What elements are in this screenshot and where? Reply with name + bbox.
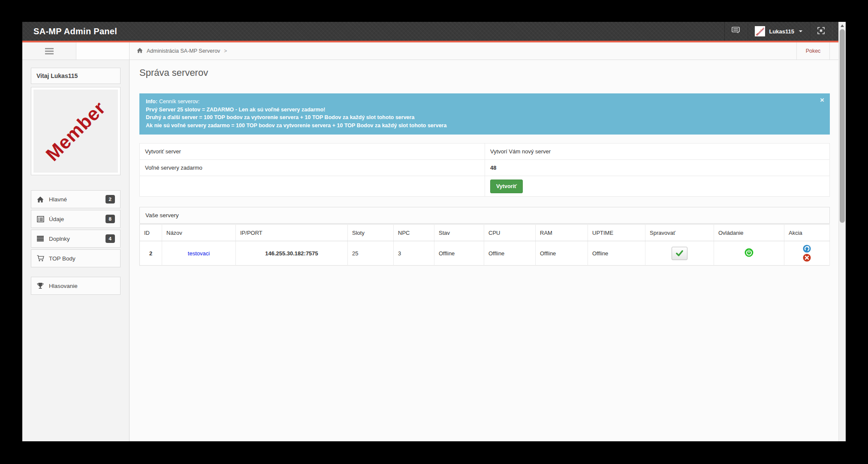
info-line-4: Ak nie sú voľné servery zadarmo = 100 TO… <box>146 122 823 130</box>
home-icon <box>137 48 143 54</box>
server-id: 2 <box>140 241 162 266</box>
col-ovladanie: Ovládanie <box>714 225 784 241</box>
admin-panel-window: SA-MP Admin Panel Member Lukas115 <box>22 22 846 441</box>
col-sloty: Sloty <box>348 225 394 241</box>
server-npc: 3 <box>394 241 434 266</box>
sidebar-toggle-button[interactable] <box>22 42 76 60</box>
create-server-desc: Vytvorí Vám nový server <box>485 144 830 160</box>
power-icon[interactable] <box>744 248 753 257</box>
table-row: Voľné servery zadarmo 48 <box>140 160 830 176</box>
col-nazov: Názov <box>162 225 236 241</box>
chevron-down-icon <box>799 30 802 32</box>
breadcrumb-link[interactable]: Administrácia SA-MP Serverov <box>147 48 220 54</box>
username: Lukas115 <box>769 28 794 35</box>
vertical-scrollbar[interactable] <box>838 22 846 441</box>
server-uptime: Offline <box>588 241 645 266</box>
cart-icon <box>36 255 44 262</box>
sidebar-item-hlavne[interactable]: Hlavné 2 <box>31 190 121 208</box>
page-title: Správa serverov <box>139 67 830 78</box>
sidebar-item-top-body[interactable]: TOP Body <box>31 249 121 267</box>
col-akcia: Akcia <box>784 225 830 241</box>
info-line-1: Cenník serverov: <box>159 99 199 105</box>
member-image: Member <box>31 87 121 175</box>
hamburger-icon <box>45 48 54 54</box>
server-name-link[interactable]: testovaci <box>188 250 210 257</box>
chat-icon <box>732 27 740 36</box>
breadcrumb: Administrácia SA-MP Serverov > <box>130 42 227 60</box>
col-ip-port: IP/PORT <box>236 225 348 241</box>
col-uptime: UPTIME <box>588 225 645 241</box>
messages-button[interactable] <box>724 22 747 41</box>
servers-panel: Vaše servery ID Názov IP/PORT Sloty <box>139 207 830 266</box>
sidebar-item-label: TOP Body <box>49 255 75 262</box>
free-servers-value: 48 <box>485 160 830 176</box>
col-spravovat: Spravovať <box>645 225 714 241</box>
sidebar-item-doplnky[interactable]: Doplnky 4 <box>31 230 121 248</box>
sidebar-item-udaje[interactable]: Údaje 8 <box>31 210 121 228</box>
sidebar-item-label: Údaje <box>49 216 64 222</box>
manage-button[interactable] <box>672 247 687 260</box>
menu-lines-icon <box>36 235 44 242</box>
avatar: Member <box>755 26 765 36</box>
table-row: Vytvoriť <box>140 176 830 197</box>
app-title: SA-MP Admin Panel <box>33 27 117 36</box>
servers-panel-title: Vaše servery <box>139 207 830 224</box>
create-server-label: Vytvoriť server <box>140 144 485 160</box>
info-line-2: Prvý Server 25 slotov = ZADARMO - Len ak… <box>146 106 823 114</box>
list-icon <box>36 216 44 222</box>
info-line-3: Druhý a ďalší server = 100 TOP bodov za … <box>146 114 823 122</box>
server-row: 2 testovaci 146.255.30.182:7575 25 3 Off… <box>140 241 830 266</box>
fullscreen-icon <box>817 27 825 36</box>
servers-table: ID Názov IP/PORT Sloty NPC Stav CPU RAM … <box>139 224 830 266</box>
sidebar-item-label: Hlavné <box>49 196 67 203</box>
server-ip-port: 146.255.30.182:7575 <box>236 241 348 266</box>
table-row: Vytvoriť server Vytvorí Vám nový server <box>140 144 830 160</box>
info-prefix: Info: <box>146 99 157 105</box>
scroll-up-arrow-icon[interactable] <box>841 24 844 27</box>
create-server-button[interactable]: Vytvoriť <box>490 180 523 193</box>
top-navbar: SA-MP Admin Panel Member Lukas115 <box>22 22 838 41</box>
main-content: Správa serverov Info:Cenník serverov: Pr… <box>130 60 838 441</box>
restart-icon[interactable] <box>803 245 811 253</box>
count-badge: 2 <box>105 195 115 204</box>
col-stav: Stav <box>434 225 484 241</box>
scrollbar-thumb[interactable] <box>840 29 845 223</box>
sidebar-item-label: Hlasovanie <box>49 283 78 289</box>
server-ram: Offline <box>536 241 588 266</box>
table-header-row: ID Názov IP/PORT Sloty NPC Stav CPU RAM … <box>140 225 830 241</box>
home-icon <box>36 196 44 203</box>
close-icon[interactable]: × <box>820 96 824 104</box>
info-alert: Info:Cenník serverov: Prvý Server 25 slo… <box>139 93 830 135</box>
delete-icon[interactable] <box>803 254 811 262</box>
server-slots: 25 <box>348 241 394 266</box>
trophy-icon <box>36 282 44 289</box>
breadcrumb-bar: Administrácia SA-MP Serverov > Pokec <box>22 42 838 60</box>
col-ram: RAM <box>536 225 588 241</box>
user-menu[interactable]: Member Lukas115 <box>747 22 810 41</box>
count-badge: 4 <box>105 234 115 243</box>
sidebar: Vitaj Lukas115 Member Hlavné 2 <box>22 60 130 441</box>
sidebar-item-label: Doplnky <box>49 236 70 242</box>
server-status: Offline <box>434 241 484 266</box>
chat-link[interactable]: Pokec <box>796 42 830 60</box>
create-server-table: Vytvoriť server Vytvorí Vám nový server … <box>139 143 830 197</box>
server-cpu: Offline <box>484 241 536 266</box>
col-cpu: CPU <box>484 225 536 241</box>
fullscreen-button[interactable] <box>810 22 832 41</box>
col-id: ID <box>140 225 162 241</box>
welcome-box: Vitaj Lukas115 <box>31 68 121 84</box>
count-badge: 8 <box>105 215 115 223</box>
check-icon <box>676 250 683 256</box>
free-servers-label: Voľné servery zadarmo <box>140 160 485 176</box>
breadcrumb-separator: > <box>224 48 227 54</box>
logo-cell <box>76 42 130 60</box>
col-npc: NPC <box>394 225 434 241</box>
sidebar-item-hlasovanie[interactable]: Hlasovanie <box>31 277 121 295</box>
